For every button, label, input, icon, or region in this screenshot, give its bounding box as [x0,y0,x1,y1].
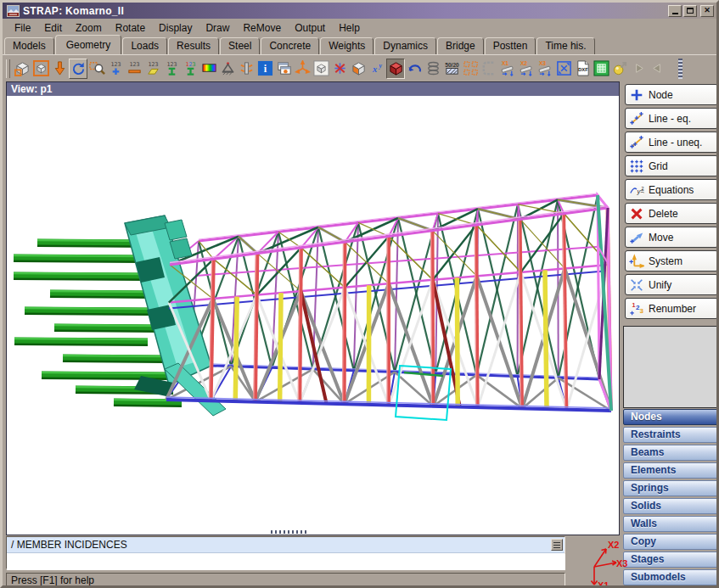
system-button[interactable]: System [625,250,718,272]
menu-display[interactable]: Display [152,20,199,36]
solid-cube-icon[interactable] [386,59,405,79]
zoom-fit-icon[interactable] [554,59,573,79]
node-numbers-icon[interactable]: 123 [106,59,125,79]
info-icon[interactable]: i [256,59,274,79]
supports-icon[interactable] [218,59,237,79]
bridge-model-drawing [7,96,619,535]
beam-x1-icon[interactable]: X1 [498,59,517,79]
tab-models[interactable]: Models [4,37,54,54]
menu-remove[interactable]: ReMove [236,20,288,36]
toolbar-drag-handle[interactable] [678,59,682,79]
maximize-button[interactable] [683,5,697,17]
close-button[interactable]: ✕ [700,5,714,17]
toolbar-grip[interactable] [6,59,10,78]
selection-list-box[interactable] [623,326,718,408]
app-icon[interactable] [7,5,20,17]
minimize-button[interactable] [668,5,682,17]
tool-button-label: System [649,255,682,267]
springs-icon[interactable] [424,59,442,79]
tab-geometry[interactable]: Geometry [55,35,122,54]
nav-walls[interactable]: Walls [623,516,719,532]
render-sphere-icon[interactable] [610,59,629,79]
view-cube-icon[interactable] [31,59,50,79]
tool-button-label: Node [649,89,673,101]
move-button[interactable]: Move [625,227,718,248]
splitter-handle[interactable] [271,530,308,534]
remove-display-icon[interactable] [330,59,349,79]
nav-stages[interactable]: Stages [623,552,719,568]
element-numbers-icon[interactable]: 123 [143,59,162,79]
solid-view-icon[interactable] [349,59,368,79]
nav-solids[interactable]: Solids [623,498,719,514]
tab-postten[interactable]: Postten [485,37,536,54]
tab-results[interactable]: Results [168,37,219,54]
window-title: STRAP: Komarno_II [23,5,668,17]
tool-button-label: Equations [649,184,694,196]
beam-numbers-icon[interactable]: 123 [125,59,143,79]
nav-submodels[interactable]: Submodels [623,569,719,585]
xy-plane-icon[interactable]: xy [368,59,386,79]
svg-text:X1: X1 [501,60,508,66]
tab-weights[interactable]: Weights [320,37,374,54]
delete-button[interactable]: Delete [625,203,718,224]
tab-loads[interactable]: Loads [122,37,167,54]
menu-zoom[interactable]: Zoom [69,20,109,36]
step-forward-icon[interactable] [629,59,648,79]
nav-elements[interactable]: Elements [623,462,719,479]
svg-text:y: y [378,62,382,70]
line-uneq-button[interactable]: Line - uneq. [625,132,718,153]
select-polygon-icon[interactable] [480,59,498,79]
tab-concrete[interactable]: Concrete [261,37,319,54]
property-numbers-icon[interactable]: 123 [181,59,199,79]
tab-time-his[interactable]: Time his. [536,37,594,54]
nav-restraints[interactable]: Restraints [623,427,719,443]
zoom-window-icon[interactable] [87,59,106,79]
equations-button[interactable]: y=x2Equations [625,179,718,200]
menu-edit[interactable]: Edit [37,20,69,36]
beam-x3-icon[interactable]: X3 [536,59,554,79]
menu-output[interactable]: Output [288,20,332,36]
windows-icon[interactable] [274,59,293,79]
line-eq-button[interactable]: Line - eq. [625,108,718,129]
grid-button[interactable]: Grid [625,155,718,176]
undo-icon[interactable] [405,59,424,79]
renumber-button[interactable]: 123Renumber [625,298,718,319]
rotate-axes-icon[interactable] [293,59,312,79]
beam-release-icon[interactable] [237,59,256,79]
nav-nodes[interactable]: Nodes [623,409,719,425]
geometry-tool-panel: NodeLine - eq.Line - uneq.Gridy=x2Equati… [625,84,718,322]
command-list-button[interactable] [551,539,563,551]
isometric-view-icon[interactable] [312,59,330,79]
toolbar: 123123123123123ixy50/20X1X2X3DXF [3,54,716,81]
nav-beams[interactable]: Beams [623,445,719,461]
menu-file[interactable]: File [8,20,37,36]
nav-copy[interactable]: Copy [623,534,719,550]
redraw-icon[interactable] [69,59,87,79]
unify-button[interactable]: Unify [625,274,718,295]
tab-steel[interactable]: Steel [220,37,260,54]
step-back-icon[interactable] [648,59,666,79]
section-dims-icon[interactable]: 50/20 [442,59,461,79]
menu-draw[interactable]: Draw [199,20,236,36]
select-window-icon[interactable] [461,59,480,79]
dxf-export-icon[interactable]: DXF [573,59,592,79]
menu-bar: FileEditZoomRotateDisplayDrawReMoveOutpu… [3,19,716,36]
tool-button-label: Unify [649,279,671,291]
tab-dynamics[interactable]: Dynamics [374,37,436,54]
menu-help[interactable]: Help [332,20,367,36]
node-button[interactable]: Node [625,84,718,105]
tool-button-label: Line - eq. [649,113,691,125]
color-render-icon[interactable] [199,59,218,79]
view-title-bar[interactable]: View: p1 [7,82,619,96]
model-canvas[interactable] [7,96,619,535]
tab-bridge[interactable]: Bridge [437,37,484,54]
nav-springs[interactable]: Springs [623,480,719,496]
section-numbers-icon[interactable]: 123 [162,59,181,79]
grid-icon[interactable] [592,59,610,79]
command-input[interactable] [7,554,565,570]
beam-x2-icon[interactable]: X2 [517,59,536,79]
svg-text:X3: X3 [616,558,627,568]
move-down-icon[interactable] [50,59,69,79]
menu-rotate[interactable]: Rotate [109,20,152,36]
copy-view-icon[interactable] [13,59,31,79]
